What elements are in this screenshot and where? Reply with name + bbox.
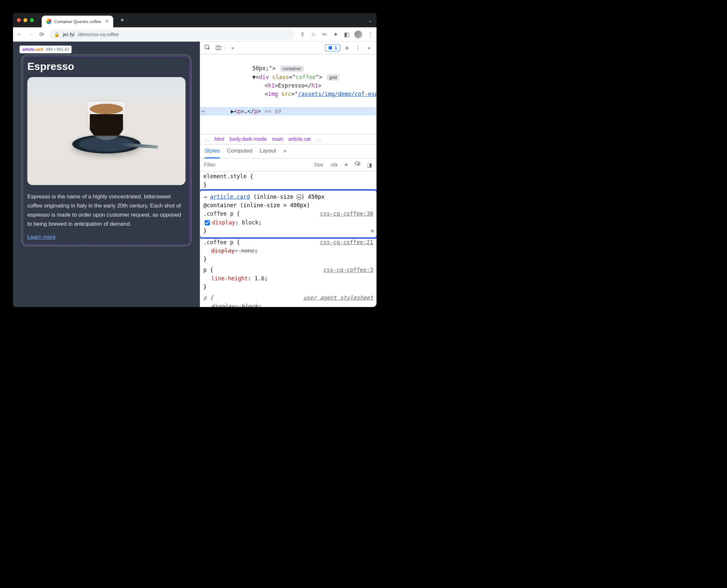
content-row: article.card 494 × 601.43 Espresso Espre… [13, 42, 377, 307]
tooltip-dimensions: 494 × 601.43 [46, 47, 69, 52]
container-badge[interactable]: container [280, 66, 304, 71]
address-bar[interactable]: 🔒 jec.fyi/demo/css-cq-coffee [49, 29, 295, 40]
browser-toolbar: ← → ⟳ 🔒 jec.fyi/demo/css-cq-coffee ⇪ ☆ ✂… [13, 27, 377, 42]
rule-element-style[interactable]: element.style { } [200, 171, 377, 191]
crumb-html[interactable]: html [215, 136, 224, 142]
lock-icon: 🔒 [54, 32, 60, 37]
styles-subtabs: Styles Computed Layout » [200, 144, 377, 159]
devtools-toolbar: » 1 ⚙ ⋮ ✕ [200, 42, 377, 54]
container-link[interactable]: article.card [210, 193, 250, 200]
img-src-link[interactable]: /assets/img/demo/cof-espresso.jpg [298, 91, 377, 97]
settings-gear-icon[interactable]: ⚙ [343, 44, 351, 52]
maximize-window-button[interactable] [30, 18, 34, 22]
crumb-overflow-left[interactable]: … [204, 136, 209, 142]
tooltip-class: .card [34, 47, 43, 52]
window-titlebar: Container Queries coffee × + ⌄ [13, 13, 377, 27]
paint-icon[interactable] [353, 161, 363, 169]
crumb-overflow-right[interactable]: … [316, 136, 322, 142]
styles-pane[interactable]: element.style { } → article.card (inline… [200, 171, 377, 307]
devtools-panel: » 1 ⚙ ⋮ ✕ 50px;"> container ▼<div class=… [200, 42, 377, 307]
device-toolbar-icon[interactable] [215, 44, 223, 52]
tab-title: Container Queries coffee [54, 19, 101, 24]
card-heading: Espresso [27, 61, 185, 72]
reload-button[interactable]: ⟳ [38, 31, 45, 38]
share-icon[interactable]: ⇪ [299, 31, 306, 38]
close-tab-icon[interactable]: × [105, 19, 108, 24]
svg-rect-3 [329, 46, 332, 49]
styles-filter-bar: :hov .cls + ◨ [200, 159, 377, 171]
learn-more-link[interactable]: Learn more [27, 234, 56, 240]
svg-rect-2 [218, 46, 221, 50]
elements-tree[interactable]: 50px;"> container ▼<div class="coffee"> … [200, 54, 377, 134]
rule2-source-link[interactable]: css-cq-coffee:21 [320, 238, 373, 247]
tab-layout[interactable]: Layout [260, 148, 276, 159]
rule-p-lineheight[interactable]: css-cq-coffee:3p { line-height: 1.6; } [200, 265, 377, 293]
svg-rect-4 [355, 162, 359, 164]
favicon-icon [46, 19, 52, 24]
inline-size-icon: ↔ [297, 194, 301, 200]
breadcrumb[interactable]: … html body.dark-mode main article.car … [200, 134, 377, 144]
add-declaration-icon[interactable]: + [370, 225, 375, 236]
tab-computed[interactable]: Computed [227, 148, 252, 159]
rule-coffee-p[interactable]: css-cq-coffee:21.coffee p { display: non… [200, 237, 377, 265]
toggle-sidebar-icon[interactable]: ◨ [365, 161, 374, 169]
back-button[interactable]: ← [16, 31, 23, 38]
new-tab-button[interactable]: + [118, 16, 127, 25]
grid-badge[interactable]: grid [327, 75, 339, 80]
card-image [27, 77, 185, 185]
sidepanel-icon[interactable]: ◧ [343, 31, 350, 38]
more-tabs-icon[interactable]: » [228, 44, 237, 52]
extensions-icon[interactable]: ✦ [332, 31, 339, 38]
cls-toggle[interactable]: .cls [328, 161, 339, 168]
crumb-main[interactable]: main [272, 136, 283, 142]
tab-styles[interactable]: Styles [205, 148, 220, 159]
crumb-body[interactable]: body.dark-mode [229, 136, 266, 142]
rule1-prop-checkbox[interactable] [205, 220, 210, 225]
issues-badge[interactable]: 1 [325, 44, 340, 51]
card-paragraph: Espresso is the name of a highly concent… [27, 192, 185, 229]
browser-tab[interactable]: Container Queries coffee × [42, 16, 113, 27]
crumb-article[interactable]: article.car [288, 136, 311, 142]
scissors-icon[interactable]: ✂︎ [321, 31, 328, 38]
url-path: /demo/css-cq-coffee [78, 32, 119, 37]
rule3-source-link[interactable]: css-cq-coffee:3 [323, 266, 373, 274]
tooltip-tag: article [22, 47, 34, 52]
tabs-overflow-icon[interactable]: ⌄ [368, 17, 372, 24]
element-inspect-tooltip: article.card 494 × 601.43 [20, 45, 72, 53]
close-window-button[interactable] [17, 18, 21, 22]
new-style-rule-icon[interactable]: + [342, 160, 350, 170]
rule-ua-p[interactable]: user agent stylesheetp { display: block;… [200, 293, 377, 307]
selected-dom-node[interactable]: ⋯▶<p>…</p> == $0 [200, 107, 377, 115]
browser-window: Container Queries coffee × + ⌄ ← → ⟳ 🔒 j… [13, 13, 377, 307]
traffic-lights [17, 18, 34, 22]
issues-icon [328, 45, 332, 50]
minimize-window-button[interactable] [23, 18, 27, 22]
hov-toggle[interactable]: :hov [311, 161, 325, 168]
profile-avatar[interactable] [355, 30, 362, 38]
chrome-menu-icon[interactable]: ⋮ [367, 31, 373, 38]
bookmark-icon[interactable]: ☆ [310, 31, 317, 38]
inspect-element-icon[interactable] [203, 44, 212, 52]
forward-button[interactable]: → [27, 31, 34, 38]
issues-count: 1 [335, 45, 337, 50]
article-card[interactable]: Espresso Espresso is the name of a highl… [21, 55, 191, 246]
rule1-source-link[interactable]: css-cq-coffee:30 [320, 209, 373, 218]
styles-filter-input[interactable] [203, 160, 309, 170]
rule4-source: user agent stylesheet [303, 293, 373, 302]
devtools-close-icon[interactable]: ✕ [365, 44, 373, 52]
devtools-menu-icon[interactable]: ⋮ [354, 44, 362, 52]
rule-container-query[interactable]: → article.card (inline-size ↔) 450px @co… [200, 191, 377, 237]
url-host: jec.fyi [63, 32, 75, 37]
rendered-page: article.card 494 × 601.43 Espresso Espre… [13, 42, 200, 307]
tab-more-icon[interactable]: » [283, 148, 286, 159]
